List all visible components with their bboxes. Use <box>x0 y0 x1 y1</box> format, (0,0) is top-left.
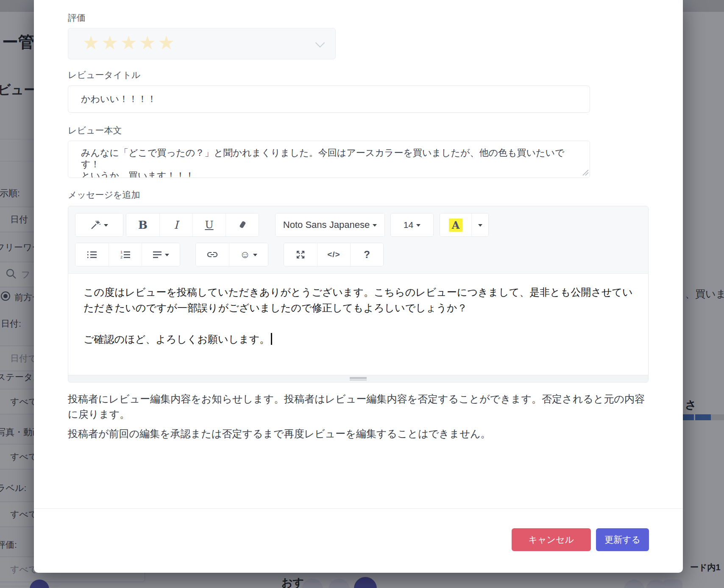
resize-handle-icon[interactable] <box>350 377 367 381</box>
svg-text:1: 1 <box>120 250 123 254</box>
text-cursor <box>271 333 272 345</box>
bold-icon: B <box>138 219 148 231</box>
clear-format-button[interactable] <box>226 214 259 236</box>
font-color-group: A <box>440 213 489 237</box>
caret-down-icon <box>478 224 482 229</box>
insert-link-button[interactable] <box>196 243 229 266</box>
paragraph-align-icon <box>153 250 162 259</box>
review-title-input[interactable] <box>68 86 590 113</box>
italic-button[interactable]: I <box>159 214 192 236</box>
paragraph-group: 12 <box>75 243 180 266</box>
eraser-icon <box>238 220 247 230</box>
help-button[interactable]: ? <box>350 243 383 266</box>
review-title-label: レビュータイトル <box>68 69 140 81</box>
font-size-dropdown[interactable]: 14 <box>391 214 433 236</box>
caret-down-icon <box>104 224 108 229</box>
review-body-textarea[interactable]: みんなに「どこで買ったの？」と聞かれまくりました。今回はアースカラーを買いました… <box>68 141 590 178</box>
editor-toolbar-row-1: B I U <box>75 213 489 237</box>
unordered-list-button[interactable] <box>75 243 109 266</box>
ordered-list-button[interactable]: 12 <box>109 243 142 266</box>
link-icon <box>207 250 217 259</box>
font-color-icon: A <box>449 219 463 232</box>
modal-footer: キャンセル 更新する <box>34 528 649 551</box>
svg-text:2: 2 <box>120 255 123 259</box>
font-style-group: B I U <box>126 213 259 237</box>
caret-down-icon <box>373 224 377 229</box>
insert-group: ☺ <box>195 243 268 266</box>
font-size-value: 14 <box>404 220 413 230</box>
italic-icon: I <box>174 219 178 231</box>
update-button[interactable]: 更新する <box>596 528 649 551</box>
emoji-button[interactable]: ☺ <box>229 243 268 266</box>
editor-paragraph: この度はレビューを投稿していただきありがとうございます。こちらのレビューにつきま… <box>84 285 633 316</box>
fullscreen-button[interactable] <box>284 243 317 266</box>
font-color-dropdown[interactable] <box>471 214 488 236</box>
textarea-resize-grip-icon[interactable] <box>582 169 589 178</box>
footer-divider <box>34 508 683 509</box>
code-view-icon: </> <box>327 250 340 259</box>
review-body-label: レビュー本文 <box>68 125 122 136</box>
caret-down-icon <box>253 254 257 258</box>
editor-paragraph-text: ご確認のほど、よろしくお願いします。 <box>84 333 270 345</box>
caret-down-icon <box>416 224 420 229</box>
font-family-dropdown[interactable]: Noto Sans Japanese <box>276 214 384 236</box>
font-family-group: Noto Sans Japanese <box>275 213 385 237</box>
editor-content-area[interactable]: この度はレビューを投稿していただきありがとうございます。こちらのレビューにつきま… <box>68 273 648 375</box>
fullscreen-icon <box>296 250 305 259</box>
screen: レビュー管理 レビュー 表示順: 日付 フリーワード フ 前方一致 日付: 日付… <box>0 0 724 588</box>
ordered-list-icon: 12 <box>120 250 131 259</box>
editor-toolbar-row-2: 12 <box>75 243 384 266</box>
editor-statusbar <box>68 375 648 382</box>
bold-button[interactable]: B <box>126 214 159 236</box>
magic-wand-style-button[interactable] <box>75 214 123 236</box>
unordered-list-icon <box>87 250 97 259</box>
question-icon: ? <box>364 249 370 261</box>
font-color-button[interactable]: A <box>440 214 471 236</box>
underline-button[interactable]: U <box>192 214 226 236</box>
chevron-down-icon <box>315 38 325 48</box>
paragraph-align-button[interactable] <box>142 243 180 266</box>
edit-notice-paragraph: 投稿者にレビュー編集内容をお知らせします。投稿者はレビュー編集内容を否定すること… <box>68 391 649 422</box>
editor-paragraph: ご確認のほど、よろしくお願いします。 <box>84 332 633 347</box>
add-message-label: メッセージを追加 <box>68 189 140 201</box>
message-editor: B I U <box>68 206 649 383</box>
view-group: </> ? <box>284 243 384 266</box>
cancel-button[interactable]: キャンセル <box>512 528 591 551</box>
font-size-group: 14 <box>390 213 434 237</box>
magic-wand-icon <box>91 220 101 230</box>
star-rating-icons: ★★★★★ <box>83 33 177 52</box>
underline-icon: U <box>205 219 213 231</box>
code-view-button[interactable]: </> <box>317 243 350 266</box>
rating-label: 評価 <box>68 12 86 24</box>
smiley-icon: ☺ <box>240 250 251 260</box>
edit-review-modal: 評価 ★★★★★ レビュータイトル レビュー本文 みんなに「どこで買ったの？」と… <box>34 0 683 573</box>
edit-restriction-paragraph: 投稿者が前回の編集を承認または否定するまで再度レビューを編集することはできません… <box>68 426 649 441</box>
style-group <box>75 213 123 237</box>
caret-down-icon <box>165 254 169 258</box>
font-family-value: Noto Sans Japanese <box>283 219 370 230</box>
rating-select[interactable]: ★★★★★ <box>68 28 336 59</box>
